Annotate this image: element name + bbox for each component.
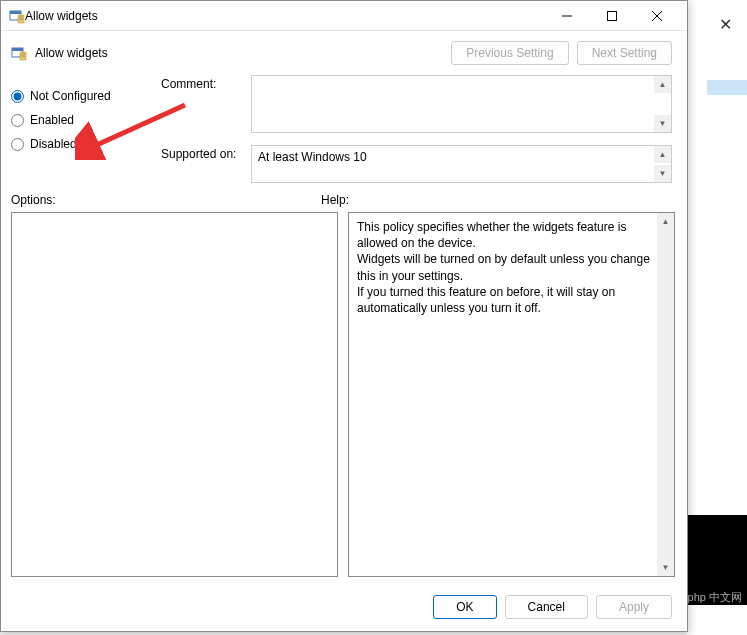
help-text: This policy specifies whether the widget… [349, 213, 674, 322]
background-close-icon[interactable]: ✕ [719, 15, 732, 34]
radio-enabled-label[interactable]: Enabled [30, 113, 74, 127]
help-pane: This policy specifies whether the widget… [348, 212, 675, 577]
help-label: Help: [321, 193, 349, 207]
background-window: ✕ [687, 0, 747, 635]
cancel-button[interactable]: Cancel [505, 595, 588, 619]
supported-label: Supported on: [161, 145, 241, 183]
svg-rect-3 [10, 11, 21, 14]
scroll-up-icon[interactable]: ▲ [654, 76, 671, 93]
minimize-button[interactable] [544, 2, 589, 30]
radio-enabled[interactable]: Enabled [11, 113, 151, 127]
comment-label: Comment: [161, 75, 241, 133]
scroll-up-icon[interactable]: ▲ [654, 146, 671, 163]
pane-labels: Options: Help: [1, 193, 687, 212]
maximize-button[interactable] [589, 2, 634, 30]
ok-button[interactable]: OK [433, 595, 496, 619]
scroll-down-icon[interactable]: ▼ [654, 165, 671, 182]
header-row: Allow widgets Previous Setting Next Sett… [1, 31, 687, 70]
radio-disabled-label[interactable]: Disabled [30, 137, 77, 151]
panes-row: This policy specifies whether the widget… [1, 212, 687, 587]
titlebar-text: Allow widgets [25, 9, 544, 23]
scroll-up-icon[interactable]: ▲ [657, 213, 674, 230]
options-pane [11, 212, 338, 577]
svg-rect-8 [607, 11, 616, 20]
scroll-down-icon[interactable]: ▼ [657, 559, 674, 576]
policy-dialog: Allow widgets Allow widgets Previous Set… [0, 0, 688, 632]
supported-scrollbar[interactable]: ▲ ▼ [654, 146, 671, 182]
header-title: Allow widgets [35, 46, 443, 60]
scroll-down-icon[interactable]: ▼ [654, 115, 671, 132]
policy-icon [9, 8, 25, 24]
previous-setting-button[interactable]: Previous Setting [451, 41, 568, 65]
help-scrollbar[interactable]: ▲ ▼ [657, 213, 674, 576]
radio-disabled[interactable]: Disabled [11, 137, 151, 151]
policy-header-icon [11, 45, 27, 61]
options-label: Options: [11, 193, 321, 207]
fields-column: Comment: ▲ ▼ Supported on: At least Wind… [161, 75, 672, 183]
radio-not-configured-label[interactable]: Not Configured [30, 89, 111, 103]
radio-disabled-input[interactable] [11, 138, 24, 151]
apply-button[interactable]: Apply [596, 595, 672, 619]
close-button[interactable] [634, 2, 679, 30]
radio-not-configured-input[interactable] [11, 90, 24, 103]
supported-row: Supported on: At least Windows 10 ▲ ▼ [161, 145, 672, 183]
radio-column: Not Configured Enabled Disabled [11, 75, 151, 183]
supported-value: At least Windows 10 [252, 146, 671, 168]
radio-enabled-input[interactable] [11, 114, 24, 127]
radio-not-configured[interactable]: Not Configured [11, 89, 151, 103]
comment-row: Comment: ▲ ▼ [161, 75, 672, 133]
button-row: OK Cancel Apply [1, 587, 687, 631]
scrollbar-track[interactable] [657, 230, 674, 559]
config-area: Not Configured Enabled Disabled Comment:… [1, 70, 687, 193]
comment-textarea[interactable]: ▲ ▼ [251, 75, 672, 133]
titlebar: Allow widgets [1, 1, 687, 31]
supported-textarea: At least Windows 10 ▲ ▼ [251, 145, 672, 183]
background-selection-bar [707, 80, 747, 95]
comment-scrollbar[interactable]: ▲ ▼ [654, 76, 671, 132]
svg-rect-12 [12, 48, 23, 51]
next-setting-button[interactable]: Next Setting [577, 41, 672, 65]
